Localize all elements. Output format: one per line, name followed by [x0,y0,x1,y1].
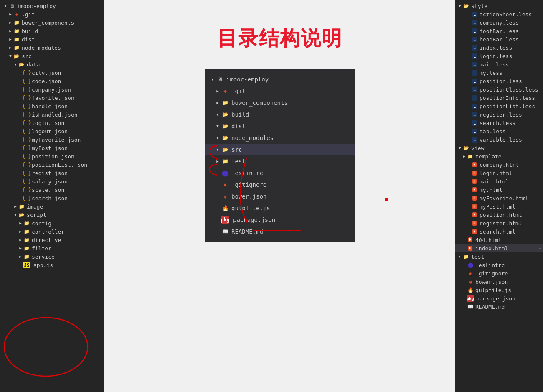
panel-bower-json[interactable]: ❋ bower.json [205,191,355,202]
rs-footbar-less[interactable]: L footBar.less [455,27,543,35]
panel-src[interactable]: 📂 src [205,144,355,155]
panel-root[interactable]: 🖥 imooc-employ [205,74,355,85]
rs-root-eslintrc[interactable]: ⬤ .eslintrc [455,261,543,269]
sidebar-item-regist-json[interactable]: { } regist.json [0,169,104,177]
sidebar-item-handle-json[interactable]: { } handle.json [0,102,104,110]
rs-tab-less[interactable]: L tab.less [455,127,543,135]
sidebar-item-service[interactable]: 📁 service [0,252,104,261]
panel-src-label: src [231,146,242,153]
panel-test[interactable]: 📁 test [205,155,355,167]
panel-gitignore[interactable]: ◆ .gitignore [205,179,355,191]
rs-login-html[interactable]: H login.html [455,169,543,177]
sidebar-item-directive[interactable]: 📁 directive [0,236,104,244]
sidebar-item-myfavorite-json[interactable]: { } myFavorite.json [0,135,104,144]
panel-gulpfile[interactable]: 🔥 gulpfile.js [205,202,355,214]
image-label: image [27,204,43,210]
rs-main-html[interactable]: H main.html [455,177,543,186]
rs-my-less[interactable]: L my.less [455,69,543,77]
sidebar-item-filter[interactable]: 📁 filter [0,244,104,252]
panel-bower[interactable]: 📁 bower_components [205,97,355,109]
rs-headbar-less[interactable]: L headBar.less [455,35,543,43]
sidebar-item-app-js[interactable]: JS app.js [0,261,104,269]
sidebar-item-scale-json[interactable]: { } scale.json [0,186,104,194]
sidebar-item-src[interactable]: 📂 src [0,52,104,60]
sidebar-item-dist[interactable]: 📁 dist [0,35,104,43]
rs-positioninfo-less[interactable]: L positionInfo.less [455,94,543,102]
rs-template-folder[interactable]: 📁 template [455,152,543,160]
sidebar-item-search-json[interactable]: { } search.json [0,194,104,202]
panel-test-label: test [231,158,246,165]
panel-node-modules[interactable]: 📂 node_modules [205,132,355,144]
rs-less-icon-13: L [471,111,478,118]
sidebar-item-positionlist-json[interactable]: { } positionList.json [0,160,104,169]
rs-root-bower-json[interactable]: ❋ bower.json [455,277,543,286]
rs-root-gulpfile[interactable]: 🔥 gulpfile.js [455,286,543,294]
rs-mypost-html[interactable]: H myPost.html [455,202,543,211]
rs-positionclass-less[interactable]: L positionClass.less [455,85,543,94]
panel-bower-label: bower_components [231,99,288,106]
panel-bower-icon: 📁 [221,99,229,107]
rs-root-gitignore[interactable]: ◆ .gitignore [455,269,543,277]
sidebar-item-logout-json[interactable]: { } logout.json [0,127,104,135]
panel-readme[interactable]: 📖 README.md [205,226,355,237]
sidebar-item-mypost-json[interactable]: { } myPost.json [0,144,104,152]
sidebar-item-favorite-json[interactable]: { } favorite.json [0,94,104,102]
sidebar-item-git[interactable]: ◆ .git [0,10,104,18]
panel-tree: 🖥 imooc-employ ◆ .git 📁 bower_components… [205,69,355,242]
dist-label: dist [22,36,35,43]
rs-register-less[interactable]: L register.less [455,110,543,119]
sidebar-item-config[interactable]: 📁 config [0,219,104,227]
sidebar-item-script[interactable]: 📂 script [0,211,104,219]
rs-register-html-label: register.html [480,220,522,227]
panel-eslintrc-label: .eslintrc [231,170,263,176]
panel-dist[interactable]: 📂 dist [205,120,355,132]
rs-index-html[interactable]: H index.html [455,244,543,252]
script-label: script [27,212,46,218]
sidebar-item-ishandled-json[interactable]: { } isHandled.json [0,110,104,119]
rs-myfavorite-html[interactable]: H myFavorite.html [455,194,543,202]
sidebar-item-city-json[interactable]: { } city.json [0,69,104,77]
rs-search-html[interactable]: H search.html [455,227,543,236]
rs-root-readme[interactable]: 📖 README.md [455,303,543,311]
panel-bower-arrow [215,100,221,106]
panel-git[interactable]: ◆ .git [205,85,355,97]
rs-actionsheet-less[interactable]: L actionSheet.less [455,10,543,18]
rs-register-html[interactable]: H register.html [455,219,543,227]
rs-positionlist-less[interactable]: L positionList.less [455,102,543,110]
sidebar-item-position-json[interactable]: { } position.json [0,152,104,160]
sidebar-item-build[interactable]: 📁 build [0,27,104,35]
rs-variable-less[interactable]: L variable.less [455,135,543,144]
rs-root-package-json[interactable]: pkg package.json [455,294,543,303]
sidebar-item-company-json[interactable]: { } company.json [0,85,104,94]
sidebar-item-image[interactable]: 📁 image [0,202,104,211]
rs-404-html[interactable]: H 404.html [455,236,543,244]
sidebar-item-controller[interactable]: 📁 controller [0,227,104,236]
rs-company-less[interactable]: L company.less [455,18,543,27]
directive-label: directive [32,237,61,243]
rs-my-html[interactable]: H my.html [455,186,543,194]
panel-package-json[interactable]: pkg package.json [205,214,355,226]
rs-bower-icon-2: ❋ [467,278,474,285]
rs-position-html[interactable]: H position.html [455,211,543,219]
rs-index-less[interactable]: L index.less [455,43,543,52]
rs-company-html[interactable]: H company.html [455,160,543,169]
filter-icon: 📁 [23,245,30,252]
rs-position-less[interactable]: L position.less [455,77,543,85]
sidebar-item-login-json[interactable]: { } login.json [0,119,104,127]
rs-test-folder[interactable]: 📁 test [455,252,543,261]
sidebar-root[interactable]: 🖥 imooc-employ [0,2,104,10]
rs-search-less[interactable]: L search.less [455,119,543,127]
sidebar-item-salary-json[interactable]: { } salary.json [0,177,104,186]
panel-build[interactable]: 📂 build [205,109,355,120]
sidebar-item-data[interactable]: 📂 data [0,60,104,69]
rs-view-folder[interactable]: 📂 view [455,144,543,152]
rs-login-less[interactable]: L login.less [455,52,543,60]
sidebar-item-code-json[interactable]: { } code.json [0,77,104,85]
sidebar-item-node-modules[interactable]: 📁 node_modules [0,43,104,52]
sidebar-item-bower-components[interactable]: 📁 bower_components [0,18,104,27]
panel-eslintrc[interactable]: ⬤ .eslintrc [205,167,355,179]
image-arrow [13,204,18,209]
rs-main-less[interactable]: L main.less [455,60,543,69]
rs-style-folder[interactable]: 📂 style [455,2,543,10]
rs-template-label: template [475,153,502,160]
